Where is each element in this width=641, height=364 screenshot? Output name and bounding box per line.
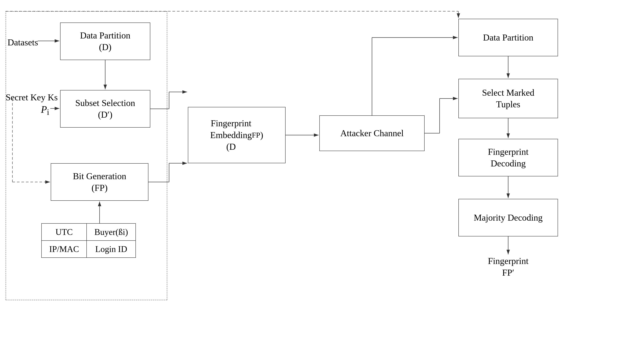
datasets-label: Datasets	[8, 36, 38, 48]
fingerprint-fp-prime-label: FingerprintFP′	[458, 255, 558, 279]
data-partition-right-box: Data Partition	[458, 19, 558, 56]
secret-key-label: Secret Key Ks	[6, 92, 58, 103]
fingerprint-embedding-box: FingerprintEmbedding(DFP)	[188, 107, 286, 163]
subset-selection-box: Subset Selection(D′)	[60, 90, 150, 128]
select-marked-tuples-box: Select MarkedTuples	[458, 79, 558, 118]
bit-generation-box: Bit Generation(FP)	[51, 163, 148, 201]
majority-decoding-box: Majority Decoding	[458, 199, 558, 236]
attacker-channel-box: Attacker Channel	[319, 116, 424, 151]
fingerprint-decoding-box: FingerprintDecoding	[458, 139, 558, 176]
buyer-info-table: UTC Buyer(ßi) IP/MAC Login ID	[41, 223, 136, 258]
data-partition-left-box: Data Partition(D)	[60, 22, 150, 60]
diagram-container: Data Partition(D) Subset Selection(D′) B…	[0, 0, 641, 364]
pi-label: Pi	[41, 103, 49, 118]
